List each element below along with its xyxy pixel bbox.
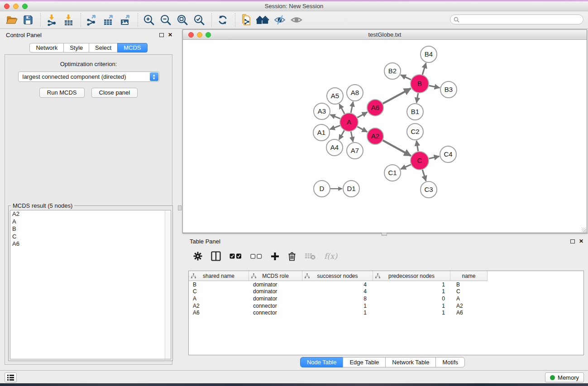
table-row[interactable]: A2connector11A2 (189, 302, 583, 310)
memory-button[interactable]: Memory (545, 372, 584, 382)
delete-table-icon[interactable] (305, 253, 316, 260)
table-settings-gear-icon[interactable] (193, 252, 202, 261)
zoom-selected-icon[interactable] (191, 13, 207, 27)
tab-motifs[interactable]: Motifs (435, 357, 465, 367)
tab-select[interactable]: Select (89, 43, 118, 52)
column-header-name[interactable]: name (450, 271, 488, 281)
network-window-titlebar[interactable]: testGlobe.txt (183, 30, 587, 40)
edge-A-A8[interactable] (351, 102, 353, 113)
hide-graphics-details-icon[interactable] (272, 13, 287, 27)
node-A7[interactable]: A7 (347, 143, 363, 159)
run-mcds-button[interactable]: Run MCDS (39, 88, 85, 98)
export-network-icon[interactable] (84, 13, 100, 27)
edge-B-B3[interactable] (429, 86, 440, 88)
result-list-item[interactable]: A (10, 218, 171, 226)
edge-C-C4[interactable] (429, 156, 439, 158)
result-list-item[interactable]: A2 (10, 210, 171, 218)
node-A2[interactable]: A2 (367, 128, 383, 144)
column-header-predecessor-nodes[interactable]: predecessor nodes (373, 271, 450, 281)
edge-B-B1[interactable] (416, 93, 418, 103)
network-view-window[interactable]: testGlobe.txt B4B2BB3A5A8A6A3B1AC2A1A2A4… (182, 29, 587, 233)
refresh-view-icon[interactable] (215, 13, 230, 27)
import-table-icon[interactable] (61, 13, 76, 27)
import-network-icon[interactable] (44, 13, 59, 27)
edge-A-A1[interactable] (330, 125, 340, 129)
optimization-criterion-dropdown[interactable]: largest connected component (directed) ▲… (18, 71, 159, 82)
edge-A-A6[interactable] (357, 112, 367, 118)
open-session-icon[interactable] (4, 13, 19, 27)
node-C[interactable]: C (411, 152, 429, 170)
node-D[interactable]: D (314, 181, 330, 197)
close-panel-icon[interactable]: ✕ (579, 239, 583, 243)
network-canvas[interactable]: B4B2BB3A5A8A6A3B1AC2A1A2A4A7C4CC1DD1C3 (183, 40, 587, 233)
search-input[interactable] (459, 15, 583, 24)
edge-C-C3[interactable] (422, 170, 426, 181)
node-C3[interactable]: C3 (421, 181, 437, 198)
tab-network[interactable]: Network (29, 43, 64, 52)
deselect-all-checks-icon[interactable] (250, 254, 262, 259)
edge-A6-B[interactable] (383, 88, 411, 103)
tab-style[interactable]: Style (63, 43, 89, 52)
node-B1[interactable]: B1 (407, 104, 423, 120)
show-graphics-details-icon[interactable] (289, 13, 304, 27)
node-A5[interactable]: A5 (327, 88, 343, 104)
zoom-out-icon[interactable] (158, 13, 173, 27)
select-all-checks-icon[interactable] (229, 253, 242, 259)
node-D1[interactable]: D1 (343, 181, 359, 197)
edge-B-B4[interactable] (422, 63, 426, 75)
edge-A-A2[interactable] (358, 127, 368, 132)
table-row[interactable]: Bdominator41B (189, 281, 583, 288)
node-A[interactable]: A (340, 113, 358, 131)
edge-A-A3[interactable] (330, 114, 340, 119)
node-B[interactable]: B (411, 75, 429, 93)
column-header-mcds-role[interactable]: MCDS role (249, 271, 302, 281)
column-header-successor-nodes[interactable]: successor nodes (302, 271, 373, 281)
close-panel-icon[interactable]: ✕ (168, 33, 172, 37)
node-A8[interactable]: A8 (347, 85, 363, 101)
save-session-icon[interactable] (20, 13, 36, 27)
node-A6[interactable]: A6 (367, 100, 383, 116)
float-panel-icon[interactable] (570, 239, 575, 243)
result-list-item[interactable]: A6 (10, 240, 171, 248)
close-panel-button[interactable]: Close panel (91, 88, 138, 98)
node-A1[interactable]: A1 (313, 124, 330, 141)
table-row[interactable]: Adominator80A (189, 295, 583, 302)
mcds-result-list[interactable]: A2ABCA6 (10, 210, 171, 359)
edge-C-C1[interactable] (401, 165, 411, 169)
home-view-icon[interactable] (255, 13, 271, 27)
float-panel-icon[interactable] (159, 33, 164, 37)
node-C4[interactable]: C4 (440, 146, 456, 162)
edge-A-A7[interactable] (351, 132, 353, 142)
table-row[interactable]: A6connector11A6 (189, 309, 583, 316)
task-history-button[interactable] (5, 372, 17, 382)
function-builder-icon[interactable]: f(x) (324, 252, 337, 261)
export-image-icon[interactable] (118, 13, 133, 27)
node-A3[interactable]: A3 (314, 103, 330, 119)
add-column-icon[interactable] (271, 252, 279, 261)
column-header-shared-name[interactable]: shared name (189, 271, 249, 281)
node-table[interactable]: shared name MCDS role successor nodes pr… (188, 271, 584, 355)
node-C1[interactable]: C1 (384, 165, 401, 181)
node-A4[interactable]: A4 (326, 139, 343, 156)
result-list-item[interactable]: B (10, 225, 171, 233)
network-from-selection-icon[interactable] (239, 13, 254, 27)
show-columns-icon[interactable] (211, 251, 221, 261)
window-resize-grip[interactable] (582, 228, 586, 232)
node-B2[interactable]: B2 (384, 63, 401, 79)
network-graph-svg[interactable]: B4B2BB3A5A8A6A3B1AC2A1A2A4A7C4CC1DD1C3 (183, 40, 587, 233)
edge-A2-C[interactable] (383, 140, 411, 156)
edge-B-B2[interactable] (401, 75, 411, 80)
edge-A-A5[interactable] (339, 104, 344, 114)
tab-mcds[interactable]: MCDS (117, 43, 147, 52)
zoom-fit-icon[interactable] (175, 13, 190, 27)
zoom-in-icon[interactable] (141, 13, 157, 27)
node-B3[interactable]: B3 (440, 81, 457, 98)
tab-network-table[interactable]: Network Table (385, 357, 436, 367)
edge-A-A4[interactable] (339, 130, 344, 139)
search-field[interactable] (450, 14, 583, 24)
result-list-item[interactable]: C (10, 233, 171, 241)
tab-node-table[interactable]: Node Table (300, 357, 344, 367)
export-table-icon[interactable] (101, 13, 116, 27)
table-row[interactable]: Cdominator41C (189, 288, 583, 295)
node-C2[interactable]: C2 (407, 124, 423, 140)
